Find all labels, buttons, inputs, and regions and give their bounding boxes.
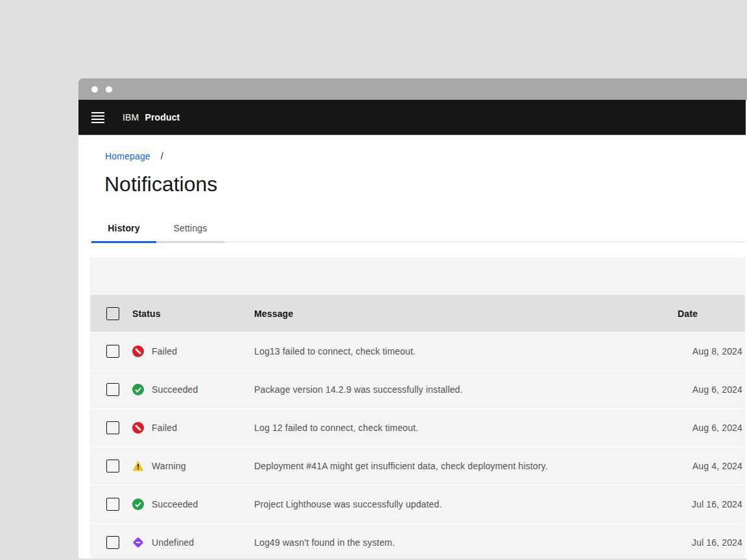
status-label: Undefined: [152, 537, 194, 548]
select-all-checkbox[interactable]: [106, 307, 119, 320]
table-row[interactable]: Failed Log 12 failed to connect, check t…: [90, 409, 745, 447]
tab-history[interactable]: History: [91, 215, 156, 243]
breadcrumb-separator: /: [161, 151, 163, 161]
page-content: Homepage / Notifications History Setting…: [78, 135, 747, 559]
row-checkbox[interactable]: [106, 421, 119, 434]
tabs: History Settings: [91, 215, 742, 243]
browser-window: IBM Product Homepage / Notifications His…: [78, 78, 747, 559]
column-header-date: Date: [678, 309, 745, 319]
date-cell: Aug 6, 2024: [678, 423, 745, 433]
misuse-icon: [132, 422, 144, 434]
table-header-row: Status Message Date: [90, 295, 745, 332]
app-header: IBM Product: [78, 100, 746, 135]
misuse-icon: [132, 345, 144, 357]
undefined-diamond-icon: [132, 537, 144, 548]
window-dot-1: [91, 86, 98, 93]
notifications-table: Status Message Date: [90, 257, 745, 559]
status-label: Succeeded: [152, 499, 198, 509]
checkmark-filled-icon: [132, 384, 144, 395]
table-toolbar: [90, 257, 745, 295]
brand-prefix: IBM: [123, 112, 139, 122]
message-cell: Log49 wasn’t found in the system.: [254, 537, 678, 548]
row-checkbox[interactable]: [106, 536, 119, 549]
table-row[interactable]: Succeeded Project Lighthouse was success…: [90, 485, 745, 524]
date-cell: Jul 16, 2024: [678, 499, 745, 509]
table-row[interactable]: Succeeded Package version 14.2.9 was suc…: [90, 371, 745, 409]
column-header-message: Message: [254, 309, 678, 319]
window-dot-2: [106, 86, 112, 93]
row-checkbox[interactable]: [106, 498, 119, 511]
warning-filled-icon: [132, 460, 144, 472]
status-icon: [132, 460, 144, 472]
brand[interactable]: IBM Product: [123, 112, 180, 122]
window-titlebar: [78, 78, 747, 100]
status-icon: [132, 384, 144, 395]
row-checkbox[interactable]: [106, 383, 119, 396]
row-checkbox[interactable]: [106, 345, 119, 358]
table-body: Failed Log13 failed to connect, check ti…: [90, 332, 745, 559]
date-cell: Jul 16, 2024: [678, 537, 745, 548]
breadcrumb-link-homepage[interactable]: Homepage: [105, 151, 150, 161]
row-checkbox[interactable]: [106, 460, 119, 472]
date-cell: Aug 4, 2024: [678, 461, 745, 471]
status-label: Warning: [152, 461, 186, 471]
table-row[interactable]: Warning Deployment #41A might get insuff…: [90, 447, 745, 485]
date-cell: Aug 6, 2024: [678, 384, 745, 395]
status-icon: [132, 422, 144, 434]
status-label: Failed: [152, 346, 177, 356]
status-icon: [132, 537, 144, 548]
message-cell: Log 12 failed to connect, check timeout.: [254, 423, 678, 433]
table-row[interactable]: Failed Log13 failed to connect, check ti…: [90, 332, 745, 371]
status-label: Failed: [152, 423, 177, 433]
status-label: Succeeded: [152, 384, 198, 395]
status-icon: [132, 498, 144, 510]
message-cell: Log13 failed to connect, check timeout.: [254, 346, 678, 356]
table-row[interactable]: Undefined Log49 wasn’t found in the syst…: [90, 524, 745, 559]
status-icon: [132, 345, 144, 357]
message-cell: Package version 14.2.9 was successfully …: [254, 384, 678, 395]
column-header-status: Status: [132, 309, 254, 319]
breadcrumb: Homepage /: [105, 150, 742, 162]
page-title: Notifications: [104, 172, 742, 196]
message-cell: Deployment #41A might get insufficient d…: [254, 461, 678, 471]
checkmark-filled-icon: [132, 498, 144, 510]
brand-name: Product: [145, 112, 180, 122]
date-cell: Aug 8, 2024: [678, 346, 745, 356]
message-cell: Project Lighthouse was successfully upda…: [254, 499, 678, 509]
header-shadow: [78, 135, 747, 135]
tab-settings[interactable]: Settings: [156, 215, 224, 243]
hamburger-menu-icon[interactable]: [91, 112, 104, 123]
